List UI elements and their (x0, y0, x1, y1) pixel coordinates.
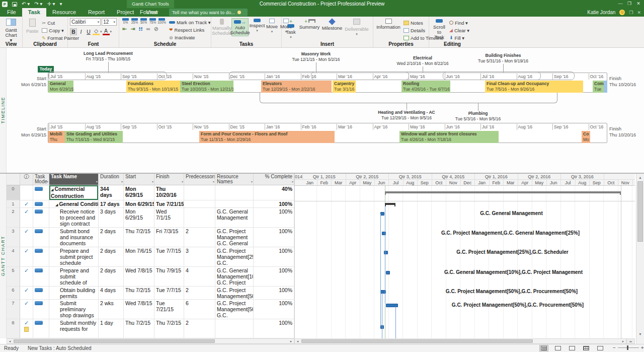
timeline-band-2[interactable]: Jul '15Aug '15Sep '15Oct '15Nov '15Dec '… (48, 123, 607, 143)
task-name-cell[interactable]: Submit preliminary shop drawings (49, 300, 99, 319)
task-mode-cell[interactable] (33, 208, 49, 228)
tab-report[interactable]: Report (82, 8, 111, 17)
start-cell[interactable]: Mon 6/29/15 (124, 208, 154, 228)
tab-resource[interactable]: Resource (46, 8, 82, 17)
gantt-scroll-left-arrow[interactable]: ◂ (295, 339, 300, 343)
resource-names-cell[interactable]: G.C. General Management (215, 208, 254, 228)
timeline-task-bar[interactable]: FoundationsThu 9/3/15 - Mon 10/19/15 (126, 81, 180, 93)
move-button[interactable]: Move▾ (266, 18, 278, 36)
timeline-callout[interactable]: ElectricalWed 2/10/16 - Mon 8/22/16 (397, 55, 449, 66)
zoom-in-button[interactable]: + (641, 345, 644, 350)
row-info-cell[interactable]: ✓ (20, 247, 33, 267)
gantt-chart-area[interactable]: G.C. General ManagementG.C. Project Mana… (295, 186, 635, 338)
save-icon[interactable] (12, 2, 17, 7)
task-name-cell[interactable]: Prepare and submit schedule of (49, 267, 99, 287)
column-header-Duration[interactable]: Duration▾ (99, 174, 124, 185)
row-number[interactable]: 2 (7, 208, 20, 228)
row-info-cell[interactable]: ✓ (20, 300, 33, 319)
predecessors-cell[interactable]: 2 (184, 287, 215, 300)
task-mode-cell[interactable] (33, 247, 49, 267)
percent-complete-100%-button[interactable]: 100% (157, 18, 166, 24)
finish-cell[interactable]: Thu 10/20/16 (154, 185, 184, 200)
duration-cell[interactable]: 3 days (99, 208, 124, 228)
touch-mode-icon[interactable]: ✛ ▾ (47, 1, 55, 7)
column-header-Predecessors[interactable]: Predecessors▾ (184, 174, 215, 185)
resource-names-cell[interactable]: G.C. Project Management[50 (215, 287, 254, 300)
column-header-Resource Names[interactable]: Resource Names▾ (215, 174, 254, 185)
percent-complete-cell[interactable]: 100% (254, 247, 294, 267)
collapse-ribbon-icon[interactable]: ✕ (637, 10, 641, 15)
row-info-cell[interactable] (20, 185, 33, 200)
start-cell[interactable]: Mon 6/29/15 (124, 200, 154, 208)
timeline-callout[interactable]: Masonry WorkTue 12/1/15 - Mon 5/2/16 (292, 51, 340, 62)
row-info-cell[interactable]: ✓ (20, 200, 33, 208)
start-cell[interactable]: Thu 7/2/15 (124, 319, 154, 338)
respect-links-button[interactable]: ❤Respect Links (169, 26, 211, 33)
row-number[interactable]: 8 (7, 319, 20, 338)
gantt-summary-bar[interactable] (385, 191, 621, 195)
clear-button[interactable]: ◢Clear ▾ (449, 27, 469, 34)
vertical-scroll-thumb[interactable] (637, 181, 643, 242)
table-row[interactable]: 1✓◢General Condition17 daysMon 6/29/15Tu… (7, 200, 294, 208)
timeline-callout[interactable]: PlumbingTue 5/3/16 - Mon 9/5/16 (455, 111, 501, 122)
task-mode-cell[interactable] (33, 287, 49, 300)
duration-cell[interactable]: 344 days (99, 185, 124, 200)
table-row[interactable]: 3✓Submit bond and insurance documents2 d… (7, 228, 294, 247)
timeline-task-bar[interactable]: Window wall and store front closuresTue … (399, 131, 499, 143)
predecessors-cell[interactable]: 2 (184, 228, 215, 247)
table-row[interactable]: 8✓Submit monthly requests for1 dayThu 7/… (7, 319, 294, 338)
start-cell[interactable]: Wed 7/8/15 (124, 267, 154, 287)
font-color-button[interactable]: A (103, 28, 110, 35)
resource-names-cell[interactable]: G.C. General Management[10 G.C. Project (215, 267, 254, 287)
task-mode-cell[interactable] (33, 300, 49, 319)
percent-complete-25%-button[interactable]: 25% (130, 18, 139, 24)
column-header-Task Name[interactable]: Task Name▾ (49, 174, 99, 185)
auto-schedule-button[interactable]: → Auto Schedule (231, 18, 249, 36)
column-header-Task Mode[interactable]: Task Mode▾ (33, 174, 49, 185)
task-name-cell[interactable]: Prepare and submit project schedule (49, 247, 99, 267)
finish-cell[interactable]: Thu 7/2/15 (154, 319, 184, 338)
redo-icon[interactable]: ↷ ▾ (34, 1, 42, 7)
scrollbar-split-handle[interactable]: ◂▸ (626, 338, 635, 344)
insert-summary-button[interactable]: ＋ Summary (299, 18, 319, 40)
row-number[interactable]: 1 (7, 200, 20, 208)
percent-complete-cell[interactable]: 100% (254, 287, 294, 300)
scroll-to-task-button[interactable]: Scroll to Task (431, 18, 447, 41)
filter-arrow-icon[interactable]: ▾ (96, 179, 98, 184)
inactivate-button[interactable]: ⊖Inactivate (169, 34, 211, 41)
finish-cell[interactable]: Wed 7/1/15 (154, 208, 184, 228)
table-row[interactable]: 2✓Receive notice to proceed and sign con… (7, 208, 294, 228)
scroll-up-arrow[interactable]: ▲ (637, 175, 643, 180)
zoom-slider-thumb[interactable] (627, 345, 628, 350)
app-icon[interactable]: P (2, 2, 8, 7)
bold-button[interactable]: B (70, 28, 77, 35)
row-number[interactable]: 7 (7, 300, 20, 319)
information-button[interactable]: Information (375, 18, 401, 41)
close-button[interactable]: ✕ (634, 0, 643, 8)
percent-complete-cell[interactable]: 100% (254, 267, 294, 287)
duration-cell[interactable]: 17 days (99, 200, 124, 208)
task-name-cell[interactable]: ◢General Condition (49, 200, 99, 208)
underline-button[interactable]: U (85, 29, 92, 35)
duration-cell[interactable]: 1 day (99, 319, 124, 338)
percent-complete-0%-button[interactable]: 0% (121, 18, 130, 24)
column-header-Finish[interactable]: Finish▾ (154, 174, 184, 185)
gantt-chart-view-button[interactable]: Gantt Chart ▾ (2, 18, 20, 43)
timeline-task-bar[interactable]: MobiliThu (48, 131, 65, 143)
duration-cell[interactable]: 2 days (99, 247, 124, 267)
predecessors-cell[interactable]: 6 (184, 300, 215, 319)
percent-complete-50%-button[interactable]: 50% (139, 18, 148, 24)
tell-me-box[interactable]: Tell me what you want to do... (169, 9, 248, 16)
resource-names-cell[interactable]: G.C. Project Management G.C. General (215, 228, 254, 247)
timeline-callout[interactable]: Long Lead ProcurementFri 7/3/15 - Thu 10… (84, 51, 133, 62)
gantt-scroll-right-arrow[interactable]: ▸ (620, 339, 626, 343)
percent-complete-75%-button[interactable]: 75% (148, 18, 157, 24)
finish-cell[interactable]: Tue 7/21/15 (154, 200, 184, 208)
start-cell[interactable]: Mon 7/6/15 (124, 247, 154, 267)
account-name[interactable]: Katie Jordan (587, 10, 615, 15)
percent-complete-cell[interactable]: 100% (254, 300, 294, 319)
timeline-task-bar[interactable] (604, 81, 607, 93)
row-number[interactable]: 4 (7, 247, 20, 267)
row-number[interactable]: 3 (7, 228, 20, 247)
tab-task[interactable]: Task (22, 8, 46, 17)
